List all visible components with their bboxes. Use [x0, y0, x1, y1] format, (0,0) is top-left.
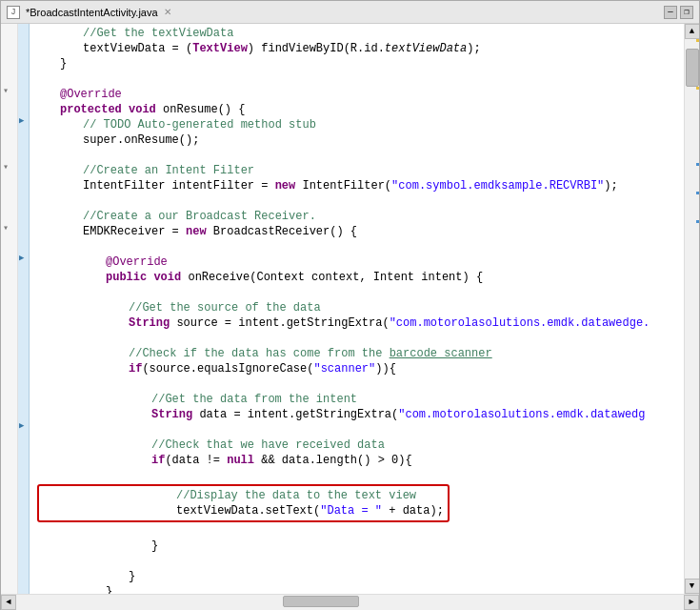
horizontal-scrollbar[interactable]: ◄ ►	[1, 594, 699, 609]
annot-2: ▶	[19, 253, 24, 263]
scroll-marker-3	[696, 87, 700, 90]
code-line: EMDKReceiver = new BroadcastReceiver() {	[37, 224, 684, 239]
code-line	[37, 554, 684, 569]
scrollbar-thumb[interactable]	[686, 49, 699, 87]
code-line: //Get the data from the intent	[37, 392, 684, 407]
scroll-marker-4	[696, 163, 700, 166]
scroll-marker-5	[696, 192, 700, 194]
code-line: super.onResume();	[37, 132, 684, 148]
code-line: @Override	[37, 254, 684, 270]
code-line: }	[37, 584, 684, 594]
annotation-bar: ▶ ▶ ▶	[18, 24, 30, 594]
fold-arrow-1[interactable]: ▾	[3, 85, 9, 96]
code-lines: //Get the textViewData textViewData = (T…	[30, 24, 684, 594]
scroll-left-button[interactable]: ◄	[1, 595, 16, 610]
code-line: IntentFilter intentFilter = new IntentFi…	[37, 178, 684, 193]
editor-area: ▾ ▾ ▾ ▶ ▶ ▶ //Get the textViewData textV…	[1, 24, 699, 594]
scroll-marker-1	[696, 39, 700, 42]
file-icon: J	[7, 6, 20, 19]
h-scrollbar-thumb[interactable]	[283, 596, 359, 607]
annot-3: ▶	[19, 420, 24, 431]
tab-label[interactable]: *BroadcastIntentActivity.java	[26, 7, 158, 18]
code-line: //Get the source of the data	[37, 300, 684, 315]
fold-arrow-3[interactable]: ▾	[3, 222, 9, 234]
editor-window: J *BroadcastIntentActivity.java ✕ ─ ❐ ▾ …	[0, 0, 700, 610]
code-line	[37, 193, 684, 209]
scrollbar-track[interactable]	[685, 39, 700, 579]
code-line: if(data != null && data.length() > 0){	[37, 453, 684, 468]
code-line	[37, 239, 684, 254]
code-line: @Override	[37, 87, 684, 102]
code-line: //Create an Intent Filter	[37, 163, 684, 178]
code-line	[37, 376, 684, 392]
title-bar: J *BroadcastIntentActivity.java ✕ ─ ❐	[1, 1, 699, 24]
highlighted-code-block: //Display the data to the text view text…	[37, 484, 450, 522]
code-editor[interactable]: //Get the textViewData textViewData = (T…	[30, 24, 684, 594]
code-line: }	[37, 569, 684, 584]
scroll-marker-6	[696, 220, 700, 223]
code-line	[37, 71, 684, 87]
minimize-button[interactable]: ─	[664, 6, 677, 19]
code-line: }	[37, 539, 684, 554]
code-line: protected void onResume() {	[37, 102, 684, 117]
fold-gutter: ▾ ▾ ▾	[1, 24, 18, 594]
code-line: // TODO Auto-generated method stub	[37, 117, 684, 132]
code-line: public void onReceive(Context context, I…	[37, 270, 684, 285]
scroll-down-button[interactable]: ▼	[685, 579, 700, 594]
code-line: textViewData = (TextView) findViewByID(R…	[37, 41, 684, 56]
fold-arrow-2[interactable]: ▾	[3, 161, 9, 173]
code-line	[37, 523, 684, 539]
code-line: textViewData.setText("Data = " + data);	[39, 503, 444, 518]
code-line: //Display the data to the text view	[39, 488, 444, 503]
code-line: if(source.equalsIgnoreCase("scanner")){	[37, 361, 684, 376]
scroll-up-button[interactable]: ▲	[685, 24, 700, 39]
window-controls: ─ ❐	[664, 6, 693, 19]
code-line	[37, 148, 684, 163]
code-line	[37, 422, 684, 437]
restore-button[interactable]: ❐	[680, 6, 693, 19]
annot-1: ▶	[19, 115, 24, 126]
code-line: //Get the textViewData	[37, 26, 684, 41]
code-line: }	[37, 56, 684, 71]
code-line	[37, 331, 684, 346]
vertical-scrollbar[interactable]: ▲ ▼	[684, 24, 699, 594]
close-tab-icon[interactable]: ✕	[164, 7, 171, 17]
code-line	[37, 285, 684, 300]
h-scrollbar-track[interactable]	[16, 595, 684, 610]
code-line: //Create a our Broadcast Receiver.	[37, 209, 684, 224]
code-line: //Check that we have received data	[37, 437, 684, 453]
code-line: String source = intent.getStringExtra("c…	[37, 315, 684, 331]
code-line: //Check if the data has come from the ba…	[37, 346, 684, 361]
code-line: String data = intent.getStringExtra("com…	[37, 407, 684, 422]
scroll-right-button[interactable]: ►	[684, 595, 699, 610]
code-line	[37, 468, 684, 483]
